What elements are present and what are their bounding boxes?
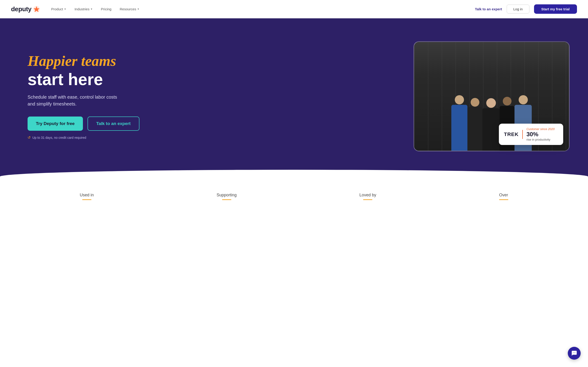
stat-underline-1 [82, 199, 91, 200]
stats-section: Used in Supporting Loved by Over [0, 179, 588, 209]
stat-used-in: Used in [80, 193, 94, 200]
hero-cta: Try Deputy for free Talk to an expert [27, 117, 147, 131]
hero-image-wrap: TREK Customer since 2020 30% rise in pro… [414, 41, 570, 151]
person-1-body [451, 105, 467, 151]
trek-number: 30% [527, 131, 555, 138]
hero-right: TREK Customer since 2020 30% rise in pro… [147, 41, 570, 151]
hero-left: Happier teams start here Schedule staff … [27, 53, 147, 140]
stat-underline-2 [222, 199, 231, 200]
stat-supporting: Supporting [216, 193, 237, 200]
nav-pricing[interactable]: Pricing [101, 7, 111, 11]
clock-icon: ↺ [27, 135, 31, 140]
trek-divider [522, 130, 523, 139]
stat-loved-by: Loved by [359, 193, 376, 200]
navbar: deputy Product ▼ Industries ▼ Pricing Re… [0, 0, 588, 18]
nav-right: Talk to an expert Log in Start my free t… [475, 4, 577, 14]
person-2-body [467, 107, 482, 151]
person-3 [482, 98, 500, 151]
chevron-down-icon: ▼ [64, 8, 66, 10]
stat-supporting-label: Supporting [216, 193, 237, 198]
person-3-body [482, 108, 500, 151]
person-5-head [519, 95, 528, 104]
person-2-head [471, 98, 479, 107]
chevron-down-icon: ▼ [137, 8, 139, 10]
person-2 [467, 98, 482, 151]
logo[interactable]: deputy [11, 6, 40, 13]
trek-stat-label: rise in productivity [527, 138, 555, 141]
hero-subtitle: Schedule staff with ease, control labor … [27, 94, 124, 107]
person-1-head [455, 95, 464, 104]
trek-badge: TREK Customer since 2020 30% rise in pro… [499, 124, 563, 145]
chevron-down-icon: ▼ [90, 8, 93, 10]
nav-talk-expert-link[interactable]: Talk to an expert [475, 7, 502, 11]
start-trial-button[interactable]: Start my free trial [534, 4, 577, 14]
person-3-head [486, 98, 496, 108]
stat-loved-by-label: Loved by [359, 193, 376, 198]
logo-icon [33, 6, 40, 13]
stat-used-in-label: Used in [80, 193, 94, 198]
try-free-button[interactable]: Try Deputy for free [27, 117, 83, 131]
hero-note: ↺ Up to 31 days, no credit card required [27, 135, 147, 140]
hero-section: Happier teams start here Schedule staff … [0, 18, 588, 179]
trek-logo-text: TREK [504, 131, 519, 137]
nav-product[interactable]: Product ▼ [51, 7, 66, 11]
login-button[interactable]: Log in [507, 5, 529, 14]
stat-underline-3 [363, 199, 372, 200]
nav-links: Product ▼ Industries ▼ Pricing Resources… [51, 7, 475, 11]
stat-underline-4 [499, 199, 508, 200]
hero-tagline: Happier teams [27, 53, 147, 69]
hero-title: start here [27, 71, 147, 88]
nav-industries[interactable]: Industries ▼ [74, 7, 93, 11]
person-4-head [503, 97, 511, 106]
talk-expert-button[interactable]: Talk to an expert [87, 117, 139, 131]
nav-resources[interactable]: Resources ▼ [120, 7, 139, 11]
person-1 [451, 95, 467, 151]
trek-stat: Customer since 2020 30% rise in producti… [527, 127, 555, 141]
logo-text: deputy [11, 6, 32, 13]
stat-over: Over [499, 193, 508, 200]
stat-over-label: Over [499, 193, 508, 198]
trek-since: Customer since 2020 [527, 127, 555, 131]
